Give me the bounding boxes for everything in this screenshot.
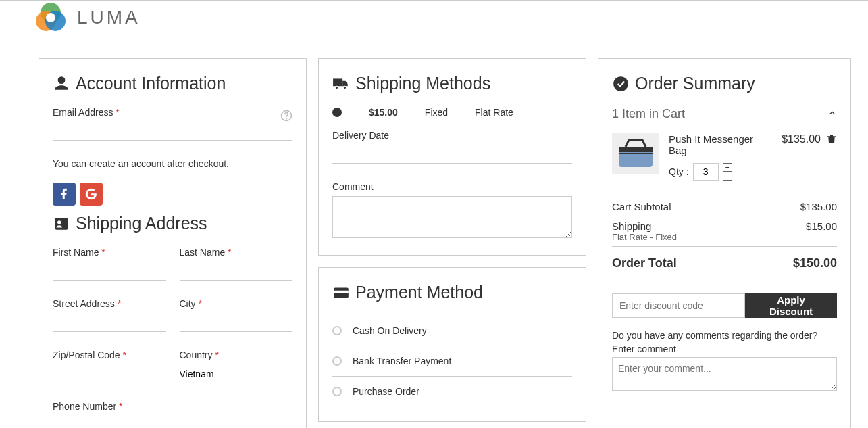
- facebook-login-button[interactable]: [53, 183, 76, 206]
- payment-heading: Payment Method: [332, 283, 572, 302]
- apply-discount-button[interactable]: Apply Discount: [745, 293, 837, 318]
- email-label: Email Address: [53, 107, 292, 118]
- radio-icon: [332, 387, 342, 396]
- last-name-label: Last Name: [180, 247, 293, 258]
- city-label: City: [180, 298, 293, 309]
- qty-label: Qty :: [669, 166, 689, 177]
- first-name-input[interactable]: [53, 262, 166, 281]
- first-name-label: First Name: [53, 247, 166, 258]
- subtotal-value: $135.00: [800, 201, 837, 212]
- product-price: $135.00: [782, 133, 821, 145]
- summary-heading: Order Summary: [612, 74, 837, 93]
- shipping-carrier: Fixed: [425, 107, 448, 118]
- order-comment-sublabel: Enter comment: [612, 343, 837, 354]
- delivery-date-label: Delivery Date: [332, 130, 572, 141]
- last-name-input[interactable]: [180, 262, 293, 281]
- radio-icon: [332, 326, 342, 335]
- shipping-total-label: Shipping: [612, 220, 651, 232]
- svg-rect-14: [619, 147, 653, 152]
- subtotal-label: Cart Subtotal: [612, 201, 671, 212]
- logo-text: LUMA: [77, 7, 141, 28]
- street-input[interactable]: [53, 313, 166, 332]
- zip-label: Zip/Postal Code: [53, 350, 166, 360]
- product-name[interactable]: Push It Messenger Bag: [669, 133, 772, 156]
- shipping-address-heading: Shipping Address: [53, 214, 292, 233]
- shipping-sublabel: Flat Rate - Fixed: [612, 232, 837, 242]
- product-thumbnail[interactable]: [612, 133, 659, 174]
- logo-icon: [34, 1, 68, 34]
- svg-rect-11: [334, 290, 349, 292]
- city-input[interactable]: [180, 313, 293, 332]
- svg-rect-6: [55, 218, 68, 229]
- radio-icon: [332, 356, 342, 366]
- shipping-method-name: Flat Rate: [475, 107, 513, 118]
- shipping-comment-textarea[interactable]: [332, 196, 572, 238]
- qty-decrement-button[interactable]: −: [723, 172, 732, 181]
- phone-label: Phone Number: [53, 401, 292, 412]
- street-label: Street Address: [53, 298, 166, 309]
- address-card-icon: [53, 215, 70, 233]
- svg-point-7: [57, 220, 61, 224]
- shipping-method-row[interactable]: $15.00 Fixed Flat Rate: [332, 107, 572, 118]
- help-icon[interactable]: [280, 110, 292, 124]
- payment-option-label: Bank Transfer Payment: [353, 356, 451, 366]
- logo[interactable]: LUMA: [34, 1, 141, 34]
- person-icon: [53, 75, 70, 93]
- svg-point-12: [613, 76, 628, 91]
- google-login-button[interactable]: [80, 183, 103, 206]
- account-heading: Account Information: [53, 74, 292, 93]
- discount-code-input[interactable]: [612, 293, 745, 318]
- order-comment-question: Do you have any comments regarding the o…: [612, 330, 837, 341]
- cart-items-toggle[interactable]: 1 Item in Cart: [612, 107, 837, 121]
- order-total-value: $150.00: [793, 256, 837, 270]
- payment-option-po[interactable]: Purchase Order: [332, 377, 572, 406]
- delivery-date-input[interactable]: [332, 145, 572, 164]
- account-hint: You can create an account after checkout…: [53, 158, 292, 169]
- cart-count: 1 Item in Cart: [612, 107, 685, 121]
- check-circle-icon: [612, 75, 630, 93]
- payment-option-label: Cash On Delivery: [353, 325, 427, 336]
- card-icon: [332, 284, 350, 302]
- zip-input[interactable]: [53, 364, 166, 383]
- radio-selected-icon: [332, 108, 342, 117]
- shipping-methods-heading: Shipping Methods: [332, 74, 572, 93]
- remove-item-button[interactable]: [826, 133, 837, 147]
- cart-item: Push It Messenger Bag Qty : + − $135.00: [612, 133, 837, 181]
- qty-increment-button[interactable]: +: [723, 163, 732, 172]
- country-label: Country: [180, 350, 293, 360]
- payment-option-cod[interactable]: Cash On Delivery: [332, 316, 572, 346]
- order-comment-textarea[interactable]: [612, 357, 837, 391]
- payment-option-label: Purchase Order: [353, 386, 419, 397]
- shipping-price: $15.00: [369, 107, 398, 118]
- svg-point-3: [46, 13, 55, 22]
- country-input[interactable]: [180, 364, 293, 383]
- email-input[interactable]: [53, 122, 292, 141]
- svg-point-5: [286, 118, 287, 119]
- chevron-up-icon: [827, 108, 837, 120]
- truck-icon: [332, 75, 350, 93]
- svg-point-9: [343, 86, 346, 89]
- trash-icon: [826, 133, 837, 145]
- svg-point-8: [335, 86, 338, 89]
- order-total-label: Order Total: [612, 256, 677, 270]
- shipping-comment-label: Comment: [332, 181, 572, 192]
- payment-option-bank[interactable]: Bank Transfer Payment: [332, 346, 572, 377]
- qty-input[interactable]: [693, 163, 719, 181]
- shipping-total-value: $15.00: [806, 220, 837, 232]
